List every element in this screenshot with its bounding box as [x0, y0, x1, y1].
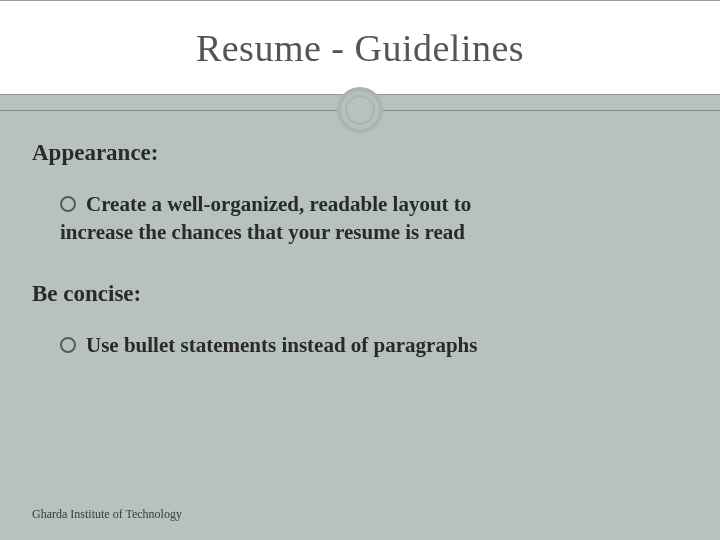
bullet-text: Use bullet statements instead of paragra… [60, 331, 688, 359]
bullet-block: Use bullet statements instead of paragra… [60, 331, 688, 359]
slide-title: Resume - Guidelines [196, 26, 524, 70]
bullet-text: Create a well-organized, readable layout… [60, 190, 688, 218]
bullet-text-cont: increase the chances that your resume is… [60, 218, 688, 246]
section-heading-concise: Be concise: [32, 281, 688, 307]
content-area: Appearance: Create a well-organized, rea… [32, 140, 688, 393]
section-heading-appearance: Appearance: [32, 140, 688, 166]
circle-ornament-icon [337, 87, 383, 133]
footer-text: Gharda Institute of Technology [32, 507, 182, 522]
title-area: Resume - Guidelines [0, 0, 720, 95]
bullet-block: Create a well-organized, readable layout… [60, 190, 688, 247]
